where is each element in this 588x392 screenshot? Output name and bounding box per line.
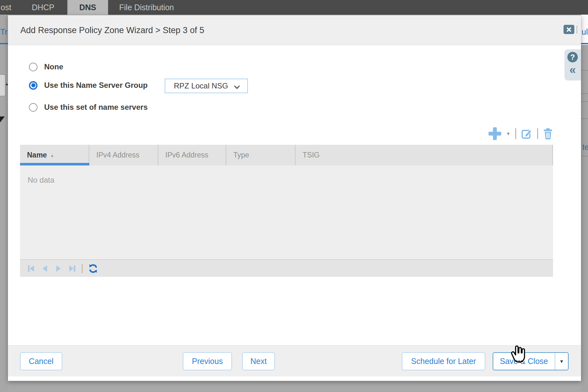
dialog-footer: Cancel Previous Next Schedule for Later …	[8, 345, 581, 376]
tab-host-fragment[interactable]: ost	[1, 3, 11, 12]
edit-icon[interactable]	[521, 128, 532, 139]
application-window: ost DHCP DNS File Distribution Tr ule te…	[0, 0, 588, 392]
previous-button[interactable]: Previous	[183, 352, 232, 370]
nsg-select-value: RPZ Local NSG	[174, 81, 228, 90]
dialog-title: Add Response Policy Zone Wizard > Step 3…	[20, 15, 204, 45]
backdrop-row-line	[581, 70, 588, 71]
table-body: No data	[20, 165, 553, 259]
save-and-close-button[interactable]: Save & Close ▼	[493, 352, 569, 370]
backdrop-right-strip: ule te	[581, 15, 588, 392]
tab-underline-left	[0, 43, 8, 44]
column-header-ipv6[interactable]: IPv6 Address	[158, 145, 226, 165]
option-name-server-set[interactable]: Use this set of name servers	[29, 103, 148, 112]
tab-dns-label: DNS	[79, 3, 96, 12]
first-page-icon[interactable]	[27, 264, 35, 273]
save-close-caret-icon[interactable]: ▼	[555, 353, 568, 370]
backdrop-tab-fragment-right[interactable]: ule	[582, 27, 588, 37]
sorted-column-indicator	[20, 163, 89, 165]
next-button[interactable]: Next	[242, 352, 275, 370]
sort-asc-icon: ▲	[50, 153, 54, 158]
next-page-icon[interactable]	[54, 264, 63, 273]
backdrop-link-fragment[interactable]: te	[582, 143, 588, 152]
radio-none-icon[interactable]	[29, 63, 38, 71]
option-none-label: None	[44, 62, 63, 71]
previous-page-icon[interactable]	[41, 264, 49, 273]
column-header-tsig[interactable]: TSIG	[296, 145, 553, 165]
backdrop-row-line	[581, 93, 588, 94]
backdrop-input-fragment	[0, 74, 6, 96]
help-icon[interactable]: ?	[567, 52, 578, 62]
toolbar-divider	[515, 128, 516, 139]
schedule-for-later-button[interactable]: Schedule for Later	[402, 352, 485, 370]
pager-divider	[82, 264, 83, 273]
backdrop-arrow-fragment	[0, 116, 5, 122]
wizard-dialog: Add Response Policy Zone Wizard > Step 3…	[8, 15, 581, 381]
column-header-ipv4[interactable]: IPv4 Address	[89, 145, 158, 165]
tab-dns-active[interactable]: DNS	[67, 0, 108, 16]
table-header-row: Name▲ IPv4 Address IPv6 Address Type TSI…	[20, 145, 553, 165]
column-name-label: Name	[27, 151, 47, 159]
column-header-name[interactable]: Name▲	[20, 145, 89, 165]
tab-file-distribution[interactable]: File Distribution	[119, 3, 174, 12]
option-nsg-label: Use this Name Server Group	[44, 81, 147, 90]
delete-icon[interactable]	[543, 128, 553, 139]
option-set-label: Use this set of name servers	[44, 103, 148, 112]
save-and-close-label: Save & Close	[493, 353, 555, 370]
table-pager	[20, 259, 553, 277]
last-page-icon[interactable]	[68, 264, 76, 273]
refresh-icon[interactable]	[88, 263, 98, 274]
dialog-titlebar: Add Response Policy Zone Wizard > Step 3…	[8, 15, 581, 45]
chevron-down-icon	[234, 83, 240, 89]
option-name-server-group[interactable]: Use this Name Server Group	[29, 81, 147, 90]
cancel-button[interactable]: Cancel	[20, 352, 62, 370]
add-menu-caret-icon[interactable]: ▼	[506, 131, 510, 136]
collapse-icon[interactable]: «	[567, 63, 578, 77]
radio-set-icon[interactable]	[29, 103, 38, 112]
name-servers-table: Name▲ IPv4 Address IPv6 Address Type TSI…	[20, 145, 553, 277]
top-nav-bar: ost DHCP DNS File Distribution	[0, 0, 588, 15]
option-none[interactable]: None	[29, 62, 63, 71]
help-panel: ? «	[564, 49, 581, 80]
backdrop-left-strip: Tr	[0, 15, 8, 392]
backdrop-row-line	[581, 101, 588, 102]
backdrop-tab-fragment-left[interactable]: Tr	[0, 27, 8, 37]
titlebar-divider	[577, 26, 577, 33]
backdrop-row-line	[581, 118, 588, 119]
nsg-select[interactable]: RPZ Local NSG	[165, 79, 248, 93]
backdrop-row-line	[581, 156, 588, 157]
toolbar-divider	[537, 128, 538, 139]
close-icon[interactable]	[564, 25, 574, 34]
tab-dhcp[interactable]: DHCP	[32, 3, 54, 12]
backdrop-dot	[6, 84, 8, 85]
radio-nsg-selected-icon[interactable]	[29, 81, 38, 90]
column-header-type[interactable]: Type	[226, 145, 296, 165]
tab-underline-right	[581, 43, 588, 44]
add-icon[interactable]	[489, 127, 501, 140]
table-toolbar: ▼	[489, 126, 553, 141]
empty-table-message: No data	[20, 165, 553, 185]
